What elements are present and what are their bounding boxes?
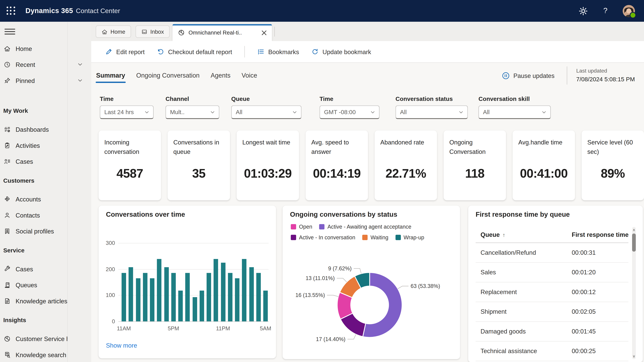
table-row[interactable]: Damaged goods 00:01:45 xyxy=(476,322,628,342)
filter-dropdown[interactable]: All xyxy=(231,105,302,119)
sidebar-item-recent[interactable]: Recent xyxy=(0,57,91,72)
table-row[interactable]: Sales 00:01:20 xyxy=(476,262,628,282)
sidebar-item-knowledge-search-an[interactable]: Knowledge search an.. xyxy=(0,347,91,362)
sidebar-item-home[interactable]: Home xyxy=(0,40,91,56)
card-first-response-time: First response time by queue Queue↑ Firs… xyxy=(468,206,643,362)
table-row[interactable]: Technical assistance 00:00:25 xyxy=(476,341,628,361)
legend-item-active-in-conversation[interactable]: Active - In conversation xyxy=(291,234,355,241)
bar-segment[interactable] xyxy=(228,273,232,321)
update-bookmark-button[interactable]: Update bookmark xyxy=(312,48,371,55)
pause-updates-button[interactable]: Pause updates xyxy=(502,71,554,79)
sidebar-item-cases[interactable]: Cases xyxy=(0,261,91,277)
chevron-down-icon xyxy=(541,109,547,115)
report-tab-agents[interactable]: Agents xyxy=(210,67,231,84)
sidebar-item-pinned[interactable]: Pinned xyxy=(0,72,91,88)
table-row[interactable]: Replacement 00:00:12 xyxy=(476,282,628,302)
scroll-up-icon[interactable]: ∧ xyxy=(632,227,636,233)
bar-segment[interactable] xyxy=(221,263,225,322)
table-row[interactable]: Shipment 00:02:05 xyxy=(476,302,628,322)
bar-segment[interactable] xyxy=(157,259,162,321)
y-axis-tick: 300 xyxy=(103,240,115,246)
sidebar-item-social-profiles[interactable]: Social profiles xyxy=(0,223,91,239)
table-row[interactable]: Cancellation/Refund 00:00:31 xyxy=(476,243,628,263)
sidebar-item-cases[interactable]: Cases xyxy=(0,153,91,169)
chevron-down-icon[interactable] xyxy=(77,61,83,67)
pie-icon xyxy=(4,335,11,342)
bar-segment[interactable] xyxy=(164,267,168,322)
kpi-value: 00:14:19 xyxy=(306,167,368,180)
bar-segment[interactable] xyxy=(143,273,148,321)
kpi-card-avg-speed-to-answer: Avg. speed to answer 00:14:19 xyxy=(306,131,368,200)
filter-dropdown[interactable]: Mult.. xyxy=(166,105,219,119)
app-brand: Dynamics 365 xyxy=(26,7,73,15)
bar-segment[interactable] xyxy=(178,291,183,322)
sidebar-item-accounts[interactable]: Accounts xyxy=(0,191,91,207)
legend-item-wrap-up[interactable]: Wrap-up xyxy=(395,234,424,241)
sidebar-item-knowledge-articles[interactable]: Knowledge articles xyxy=(0,293,91,309)
filter-dropdown[interactable]: GMT -08:00 xyxy=(320,105,380,119)
bar-segment[interactable] xyxy=(256,273,261,321)
filter-dropdown[interactable]: All xyxy=(478,105,551,119)
legend-item-waiting[interactable]: Waiting xyxy=(362,234,388,241)
checkout-default-report-button[interactable]: Checkout default report xyxy=(157,48,232,55)
sidebar-item-queues[interactable]: Queues xyxy=(0,277,91,293)
column-header-queue[interactable]: Queue↑ xyxy=(480,231,505,238)
sidebar-item-activities[interactable]: Activities xyxy=(0,137,91,153)
filter-conversation-status-4: Conversation status All xyxy=(396,96,453,102)
queue-icon xyxy=(4,281,11,289)
report-tab-ongoing-conversation[interactable]: Ongoing Conversation xyxy=(136,67,200,84)
sidebar-item-customer-service-his[interactable]: Customer Service his... xyxy=(0,331,91,347)
app-product: Contact Center xyxy=(76,7,120,14)
legend-item-active-awaiting-agent-acceptance[interactable]: Active - Awaiting agent acceptance xyxy=(319,224,412,230)
bar-segment[interactable] xyxy=(150,278,154,321)
bar-segment[interactable] xyxy=(249,267,254,322)
sidebar-item-dashboards[interactable]: Dashboards xyxy=(0,121,91,137)
donut-data-label: 63 (53.38%) xyxy=(410,283,440,289)
report-tab-summary[interactable]: Summary xyxy=(96,67,126,84)
close-icon[interactable] xyxy=(260,28,269,37)
bar-segment[interactable] xyxy=(171,273,176,321)
bookmarks-button[interactable]: Bookmarks xyxy=(257,48,299,55)
legend-item-open[interactable]: Open xyxy=(291,224,312,230)
waffle-icon[interactable] xyxy=(6,5,16,16)
sidebar-item-contacts[interactable]: Contacts xyxy=(0,207,91,223)
queue-name-cell: Replacement xyxy=(480,288,517,295)
bar-segment[interactable] xyxy=(242,259,246,321)
org-icon xyxy=(4,196,11,203)
response-time-cell: 00:01:20 xyxy=(572,269,596,276)
donut-data-label: 16 (13.55%) xyxy=(295,292,325,298)
bar-segment[interactable] xyxy=(235,278,240,321)
bar-segment[interactable] xyxy=(136,278,140,321)
bar-segment[interactable] xyxy=(214,259,218,321)
settings-gear-icon[interactable] xyxy=(578,6,588,16)
bar-segment[interactable] xyxy=(129,267,133,322)
tab-home[interactable]: Home xyxy=(96,25,131,38)
bar-segment[interactable] xyxy=(206,273,211,321)
report-tab-voice[interactable]: Voice xyxy=(241,67,258,84)
queue-name-cell: Shipment xyxy=(480,308,506,315)
edit-report-button[interactable]: Edit report xyxy=(105,48,145,55)
scroll-down-icon[interactable]: ∨ xyxy=(632,354,636,359)
filter-dropdown[interactable]: Last 24 hrs xyxy=(100,105,154,119)
table-scrollbar[interactable]: ∧ ∨ xyxy=(632,227,636,359)
chevron-down-icon[interactable] xyxy=(77,78,83,83)
bar-segment[interactable] xyxy=(192,297,197,321)
bar-segment[interactable] xyxy=(185,273,190,321)
kpi-card-conversations-in-queue: Conversations in queue 35 xyxy=(168,131,230,200)
tab-inbox[interactable]: Inbox xyxy=(136,25,170,38)
bar-segment[interactable] xyxy=(122,273,126,321)
column-header-first-response-time[interactable]: First response time xyxy=(572,231,628,238)
avatar[interactable] xyxy=(623,5,635,17)
bar-segment[interactable] xyxy=(263,291,268,322)
tab-omnichannel-realtime[interactable]: Omnichannel Real-ti.. xyxy=(172,24,272,41)
bar-segment[interactable] xyxy=(200,291,204,322)
clipboard-icon xyxy=(4,142,11,149)
show-more-link[interactable]: Show more xyxy=(106,342,137,349)
doc-search-icon xyxy=(4,351,11,358)
filter-time-0: Time Last 24 hrs xyxy=(100,96,114,102)
app-window: Dynamics 365 Contact Center ? Home xyxy=(0,0,644,362)
hamburger-menu-icon[interactable] xyxy=(3,27,16,36)
scrollbar-thumb[interactable] xyxy=(632,233,636,252)
filter-dropdown[interactable]: All xyxy=(396,105,468,119)
help-icon[interactable]: ? xyxy=(600,6,610,16)
